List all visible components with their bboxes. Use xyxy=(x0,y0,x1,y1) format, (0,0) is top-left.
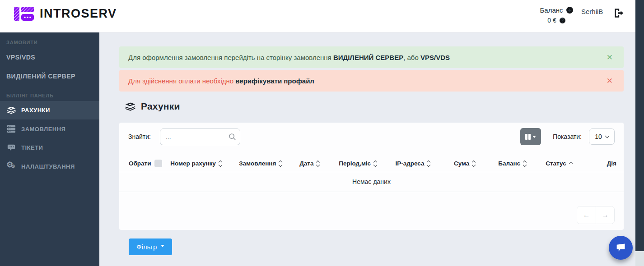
page-size-value: 10 xyxy=(595,133,602,140)
table-header-row: Обрати Номер рахунку Замовлення xyxy=(119,156,624,172)
arrow-left-icon: ← xyxy=(583,211,590,219)
sidebar-item-invoices[interactable]: РАХУНКИ xyxy=(0,101,99,119)
alert-text: Для здійснення оплати необхідно xyxy=(128,77,233,85)
column-header-status[interactable]: Статус xyxy=(543,156,592,172)
empty-row: Немає даних xyxy=(119,172,624,192)
sidebar-item-dedicated-server[interactable]: ВИДІЛЕНИЙ СЕРВЕР xyxy=(0,67,99,86)
sidebar-item-label: ТІКЕТИ xyxy=(21,144,43,151)
banknotes-icon xyxy=(125,102,136,111)
logout-icon[interactable] xyxy=(612,7,624,19)
username[interactable]: SerhiiB xyxy=(581,8,603,15)
introserv-logo-icon xyxy=(14,5,34,22)
show-label: Показати: xyxy=(553,133,582,140)
scrollbar-track[interactable] xyxy=(635,251,644,266)
prev-page-button[interactable]: ← xyxy=(577,206,596,224)
chat-widget-button[interactable] xyxy=(609,236,633,260)
balance-widget: Баланс + 0 € ? xyxy=(536,6,577,24)
page-title-text: Рахунки xyxy=(141,101,180,112)
empty-state-text: Немає даних xyxy=(119,172,624,192)
chat-bubbles-icon xyxy=(6,143,16,152)
search-label: Знайти: xyxy=(128,133,151,140)
filter-button-label: Фільтр xyxy=(136,243,157,251)
chat-bubble-icon xyxy=(615,243,626,253)
column-header-amount[interactable]: Сума xyxy=(451,156,495,172)
scrollbar-thumb[interactable] xyxy=(635,0,644,251)
page-size-select[interactable]: 10 xyxy=(589,128,615,145)
sidebar-item-orders[interactable]: ЗАМОВЛЕННЯ xyxy=(0,119,99,138)
sidebar-item-tickets[interactable]: ТІКЕТИ xyxy=(0,138,99,157)
filter-button[interactable]: Фільтр xyxy=(129,238,172,255)
column-header-date[interactable]: Дата xyxy=(297,156,336,172)
add-funds-icon[interactable]: + xyxy=(566,7,573,14)
pagination: ← → xyxy=(577,206,615,224)
order-info-alert: Для оформлення замовлення перейдіть на с… xyxy=(119,46,624,68)
column-header-balance[interactable]: Баланс xyxy=(495,156,543,172)
sort-icon xyxy=(219,161,222,166)
select-all-checkbox[interactable] xyxy=(154,160,162,167)
sort-icon xyxy=(317,161,319,166)
alert-separator: , або xyxy=(403,54,419,61)
sort-icon xyxy=(279,161,282,166)
column-header-period[interactable]: Період,міс xyxy=(336,156,392,172)
column-header-action: Дія xyxy=(593,156,624,172)
sidebar-item-vps-vds[interactable]: VPS/VDS xyxy=(0,48,99,67)
sidebar-item-label: ЗАМОВЛЕННЯ xyxy=(21,126,65,133)
next-page-button[interactable]: → xyxy=(596,206,614,224)
arrow-right-icon: → xyxy=(602,211,609,219)
server-icon xyxy=(6,124,16,133)
invoices-table: Обрати Номер рахунку Замовлення xyxy=(119,156,624,192)
verification-alert: Для здійснення оплати необхідно верифіку… xyxy=(119,70,624,92)
brand-name: INTROSERV xyxy=(40,7,117,21)
sidebar: ЗАМОВИТИ VPS/VDS ВИДІЛЕНИЙ СЕРВЕР БІЛЛІН… xyxy=(0,32,99,266)
search-box xyxy=(160,128,240,145)
sidebar-item-label: ВИДІЛЕНИЙ СЕРВЕР xyxy=(6,73,75,80)
sort-icon xyxy=(472,161,475,166)
search-icon xyxy=(229,133,236,142)
balance-value: 0 € xyxy=(547,17,556,24)
sidebar-section-order: ЗАМОВИТИ xyxy=(0,32,99,48)
sidebar-item-label: РАХУНКИ xyxy=(21,107,50,114)
sort-icon xyxy=(427,161,430,166)
sort-icon xyxy=(523,161,526,166)
sidebar-section-billing: БІЛЛІНГ ПАНЕЛЬ xyxy=(0,86,99,101)
alert-text: Для оформлення замовлення перейдіть на с… xyxy=(128,54,331,61)
dedicated-server-link[interactable]: ВИДІЛЕНИЙ СЕРВЕР xyxy=(333,54,403,61)
chevron-down-icon xyxy=(605,134,609,138)
column-header-select: Обрати xyxy=(119,156,168,172)
chevron-down-icon xyxy=(532,136,536,138)
sidebar-item-label: VPS/VDS xyxy=(6,54,35,61)
close-icon[interactable]: ✕ xyxy=(605,52,615,63)
brand-logo[interactable]: INTROSERV xyxy=(14,5,117,22)
page-title: Рахунки xyxy=(125,101,180,112)
sidebar-item-label: НАЛАШТУВАННЯ xyxy=(21,163,75,170)
verify-profile-link[interactable]: верифікувати профайл xyxy=(235,77,314,85)
app-screen: INTROSERV Баланс + 0 € ? SerhiiB ЗАМОВИТ… xyxy=(0,0,644,266)
sort-icon xyxy=(374,161,377,166)
balance-help-icon[interactable]: ? xyxy=(560,18,565,23)
vps-vds-link[interactable]: VPS/VDS xyxy=(420,54,450,61)
column-header-order[interactable]: Замовлення xyxy=(236,156,297,172)
close-icon[interactable]: ✕ xyxy=(605,75,615,87)
chevron-down-icon xyxy=(161,245,164,247)
column-header-invoice-number[interactable]: Номер рахунку xyxy=(168,156,236,172)
column-visibility-button[interactable] xyxy=(520,128,541,145)
sidebar-item-settings[interactable]: ⚙⚙ НАЛАШТУВАННЯ xyxy=(0,157,99,176)
gears-icon: ⚙⚙ xyxy=(6,162,16,171)
balance-label: Баланс xyxy=(540,6,563,14)
main-content: Для оформлення замовлення перейдіть на с… xyxy=(99,32,635,266)
column-header-ip-address[interactable]: IP-адреса xyxy=(392,156,451,172)
columns-icon xyxy=(525,134,531,140)
table-controls: Знайти: Показати: 10 xyxy=(119,123,624,145)
banknotes-icon xyxy=(6,106,16,115)
top-header: INTROSERV Баланс + 0 € ? SerhiiB xyxy=(0,0,644,32)
invoices-card: Знайти: Показати: 10 xyxy=(119,123,624,230)
sort-icon-asc xyxy=(569,162,572,165)
